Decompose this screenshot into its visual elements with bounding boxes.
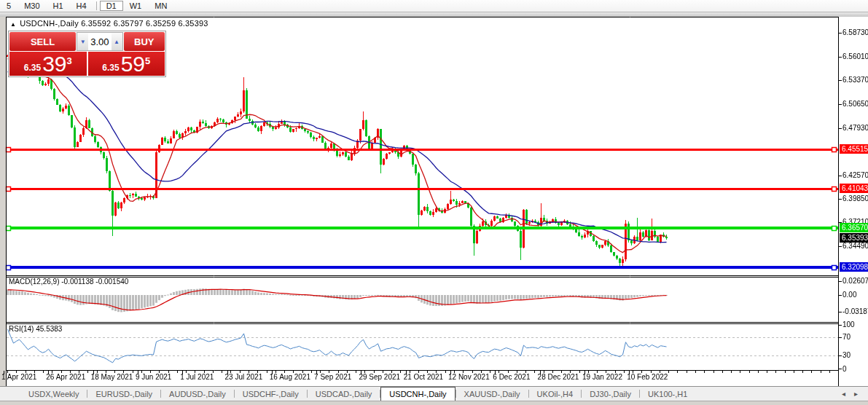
tab-eurusd-daily[interactable]: EURUSD-,Daily: [87, 387, 160, 401]
date-axis-label: 26 Apr 2021: [46, 373, 85, 381]
tab-ukoil-h4[interactable]: UKOil-,H4: [529, 387, 582, 401]
macd-axis-tick: 0.02607: [842, 277, 868, 285]
buy-button[interactable]: BUY: [124, 32, 165, 51]
rsi-axis-tick: 100: [842, 321, 855, 329]
buy-price-pips: 59: [121, 53, 145, 75]
buy-big-figure: 6.35: [102, 63, 119, 73]
macd-axis-tick: -0.03187: [842, 307, 868, 315]
hline-price-label: 6.36570: [840, 223, 868, 232]
price-axis-tick: 6.39850: [842, 194, 868, 202]
rsi-axis-tick: 70: [842, 333, 851, 341]
date-axis-label: 7 Sep 2021: [314, 373, 351, 381]
status-strip: [0, 401, 868, 405]
chart-symbol-label: USDCNH-,Daily: [20, 19, 79, 28]
tab-usdx-weekly[interactable]: USDX,Weekly: [20, 387, 87, 401]
scroll-right-icon[interactable]: ▸: [854, 390, 858, 398]
collapse-panel-icon[interactable]: ▲: [10, 21, 16, 28]
sell-price-display[interactable]: 6.35 39 3: [9, 52, 87, 76]
hline-price-label: 6.32098: [840, 262, 868, 272]
tab-usdcad-daily[interactable]: USDCAD-,Daily: [308, 387, 380, 401]
tab-usdcnh-daily[interactable]: USDCNH-,Daily: [380, 387, 455, 401]
tab-xauusd-daily[interactable]: XAUUSD-,Daily: [456, 387, 528, 401]
date-axis-label: 1 Jul 2021: [180, 373, 214, 381]
trading-terminal: 5M30H1H4D1W1MN ▲USDCNH-,Daily 6.35592 6.…: [0, 0, 868, 405]
macd-axis-tick: 0.00: [842, 291, 856, 299]
chart-ohlc-values: 6.35592 6.35797 6.35259 6.35393: [81, 19, 208, 28]
volume-decrease-icon[interactable]: ▼: [77, 33, 88, 50]
buy-price-display[interactable]: 6.35 59 5: [88, 52, 165, 76]
timeframe-button-h1[interactable]: H1: [47, 1, 70, 11]
tab-spacer: [0, 387, 20, 401]
rsi-axis-tick: 30: [842, 351, 851, 359]
date-axis-label: 12 Nov 2021: [448, 373, 490, 381]
date-axis-label: 28 Dec 2021: [538, 373, 579, 381]
price-axis-tick: 6.56010: [842, 52, 868, 60]
price-axis-tick: 6.34490: [842, 242, 868, 250]
hline-price-label: 6.41043: [840, 184, 868, 193]
timeframe-button-mn[interactable]: MN: [148, 1, 173, 11]
tab-dj30-daily[interactable]: DJ30-,Daily: [582, 387, 639, 401]
date-axis-label: 23 Jul 2021: [225, 373, 263, 381]
tab-audusd-daily[interactable]: AUDUSD-,Daily: [161, 387, 234, 401]
date-axis-label: 1 Apr 2021: [1, 373, 36, 381]
buy-price-point: 5: [145, 55, 150, 66]
current-price-label: 6.35393: [840, 233, 868, 243]
price-axis-tick: 6.50650: [842, 100, 868, 108]
sell-big-figure: 6.35: [24, 63, 41, 73]
timeframe-toolbar: 5M30H1H4D1W1MN: [0, 0, 868, 12]
volume-stepper: ▼ 3.00 ▲: [77, 32, 122, 51]
date-axis-label: 21 Oct 2021: [404, 373, 443, 381]
date-axis-label: 29 Sep 2021: [359, 373, 400, 381]
macd-indicator-label: MACD(12,26,9) -0.001138 -0.001540: [9, 278, 128, 286]
sell-button[interactable]: SELL: [9, 32, 76, 51]
volume-increase-icon[interactable]: ▲: [112, 33, 122, 50]
price-axis-tick: 6.53370: [842, 76, 868, 84]
date-axis-label: 10 Feb 2022: [627, 373, 668, 381]
chart-tab-bar: USDX,WeeklyEURUSD-,DailyAUDUSD-,DailyUSD…: [0, 386, 868, 401]
toolbar-separator: [96, 1, 97, 10]
timeframe-button-h4[interactable]: H4: [70, 1, 93, 11]
timeframe-button-d1[interactable]: D1: [100, 1, 123, 11]
toolbar-band: [0, 12, 868, 17]
chart-title: ▲USDCNH-,Daily 6.35592 6.35797 6.35259 6…: [10, 19, 208, 28]
timeframe-button-5[interactable]: 5: [0, 1, 17, 11]
sell-price-pips: 39: [42, 53, 66, 75]
sell-price-point: 3: [67, 55, 72, 66]
date-axis-label: 19 Jan 2022: [582, 373, 622, 381]
price-axis-tick: 6.47930: [842, 124, 868, 132]
tab-usdchf-daily[interactable]: USDCHF-,Daily: [235, 387, 307, 401]
rsi-axis-tick: 0: [842, 365, 847, 373]
one-click-trade-panel: SELL ▼ 3.00 ▲ BUY 6.35 39 3 6.35 59 5: [8, 31, 166, 77]
hline-price-label: 6.45515: [840, 144, 868, 154]
scroll-left-icon[interactable]: ◂: [842, 390, 845, 398]
timeframe-button-w1[interactable]: W1: [123, 1, 149, 11]
volume-input[interactable]: 3.00: [88, 33, 111, 50]
price-axis-tick: 6.58730: [842, 28, 868, 36]
tab-uk100-h1[interactable]: UK100-,H1: [640, 387, 695, 401]
timeframe-button-m30[interactable]: M30: [17, 1, 46, 11]
price-axis-tick: 6.42570: [842, 171, 868, 179]
date-axis-label: 6 Dec 2021: [493, 373, 530, 381]
date-axis-label: 9 Jun 2021: [136, 373, 172, 381]
date-axis-label: 16 Aug 2021: [270, 373, 310, 381]
tab-scroll-arrows: ◂▸: [842, 387, 868, 401]
date-axis-label: 18 May 2021: [91, 373, 133, 381]
rsi-indicator-label: RSI(14) 45.5383: [9, 325, 62, 333]
